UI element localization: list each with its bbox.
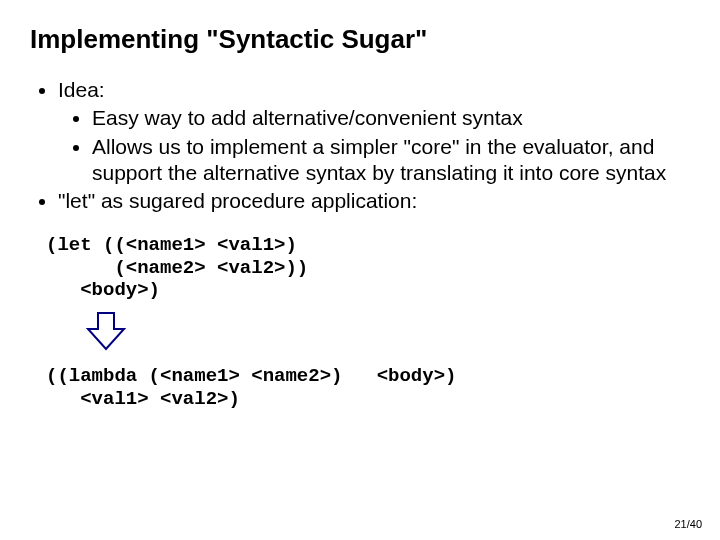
code-let-block: (let ((<name1> <val1>) (<name2> <val2>))… — [46, 234, 690, 301]
bullet-sub1: Easy way to add alternative/convenient s… — [92, 105, 690, 131]
code-lambda-block: ((lambda (<name1> <name2>) <body>) <val1… — [46, 365, 690, 410]
bullet-list: Idea: Easy way to add alternative/conven… — [30, 77, 690, 214]
slide: Implementing "Syntactic Sugar" Idea: Eas… — [0, 0, 720, 430]
bullet-sub2: Allows us to implement a simpler "core" … — [92, 134, 690, 187]
bullet-idea: Idea: — [58, 77, 690, 103]
bullet-let: "let" as sugared procedure application: — [58, 188, 690, 214]
slide-title: Implementing "Syntactic Sugar" — [30, 24, 690, 55]
page-number: 21/40 — [674, 518, 702, 530]
bullet-sublist: Easy way to add alternative/convenient s… — [58, 105, 690, 186]
arrow-shape — [88, 313, 124, 349]
down-arrow-icon — [84, 311, 690, 355]
